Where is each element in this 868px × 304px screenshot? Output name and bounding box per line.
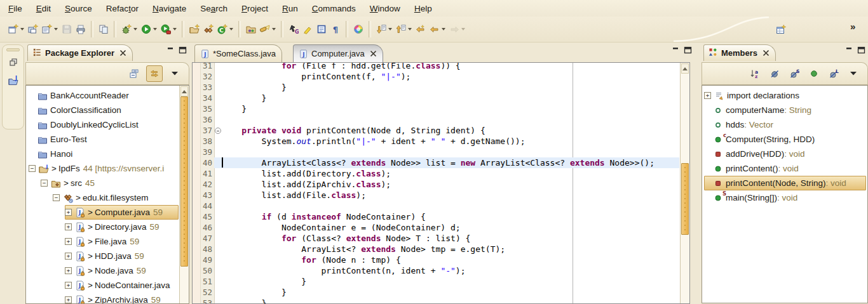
menu-navigate[interactable]: Navigate (146, 1, 193, 16)
open-type-button[interactable] (244, 20, 258, 39)
collapse-icon[interactable]: − (29, 165, 36, 172)
minimize-button[interactable] (845, 46, 853, 54)
close-icon[interactable] (370, 50, 377, 57)
member-item-computername[interactable]: computerName : String (704, 103, 866, 117)
open-perspective-button[interactable] (774, 20, 788, 39)
tree-item-ziparchiv-java[interactable]: +J> ZipArchiv.java59 (65, 293, 179, 304)
previous-annotation-button[interactable] (394, 20, 414, 39)
package-explorer-scrollbar[interactable] (179, 86, 189, 303)
menu-search[interactable]: Search (193, 1, 234, 16)
run-button[interactable] (139, 20, 159, 39)
expand-icon[interactable]: + (65, 282, 72, 289)
new-view-wizard-button[interactable] (40, 20, 60, 39)
hide-fields-button[interactable] (767, 66, 782, 81)
last-edit-location-button[interactable] (414, 20, 428, 39)
maximize-button[interactable] (179, 46, 187, 54)
restore-view-button[interactable] (5, 54, 22, 70)
goto-last-edit-g-button[interactable]: G (287, 20, 301, 39)
scrollbar-thumb[interactable] (180, 96, 188, 267)
run-coverage-button[interactable] (159, 20, 179, 39)
color-wheel-button[interactable] (351, 20, 365, 39)
sort-button[interactable]: az (747, 66, 763, 81)
expand-icon[interactable]: + (65, 209, 72, 216)
expand-icon[interactable]: + (65, 267, 72, 274)
member-item-hdds[interactable]: hdds : Vector (704, 117, 866, 132)
minimize-button[interactable] (672, 46, 680, 54)
save-button[interactable] (60, 20, 74, 39)
member-item-printcontent-node-string-[interactable]: printContent(Node, String) : void (704, 176, 866, 190)
member-item-printcontent-[interactable]: printContent() : void (704, 161, 866, 176)
tree-item-euro-test[interactable]: Euro-Test (29, 132, 179, 147)
tree-item-ipdfs[interactable]: −J> IpdFs44 [https://svnserver.i (29, 161, 179, 176)
tree-item-colorclassification[interactable]: ColorClassification (29, 103, 179, 117)
member-item-adddrive-hdd-[interactable]: addDrive(HDD) : void (704, 147, 866, 161)
member-item-main-string-[interactable]: Smain(String[]) : void (704, 190, 866, 205)
collapse-icon[interactable]: − (53, 194, 60, 201)
next-annotation-button[interactable] (374, 20, 394, 39)
show-whitespace-button[interactable]: ¶ (329, 20, 342, 39)
tree-item-file-java[interactable]: +J> File.java59 (65, 234, 179, 249)
tree-item-hdd-java[interactable]: +J> HDD.java59 (65, 249, 179, 263)
maximize-button[interactable] (684, 46, 692, 54)
close-icon[interactable] (763, 50, 770, 56)
tree-item-node-java[interactable]: +J> Node.java59 (65, 263, 179, 278)
forward-button[interactable] (447, 20, 467, 39)
new-java-class-button[interactable]: C (215, 20, 235, 39)
expand-icon[interactable]: + (65, 253, 72, 260)
view-menu-button[interactable] (846, 66, 861, 81)
new-java-package-button[interactable] (201, 20, 215, 39)
expand-icon[interactable]: + (704, 92, 711, 99)
menu-edit[interactable]: Edit (29, 1, 58, 16)
menu-help[interactable]: Help (407, 1, 439, 16)
minimize-button[interactable] (166, 46, 175, 54)
tree-item-directory-java[interactable]: +J> Directory.java59 (65, 220, 179, 234)
expand-icon[interactable]: + (65, 223, 72, 230)
tree-item-src[interactable]: −> src45 (41, 176, 179, 190)
fast-view-grip[interactable] (6, 48, 20, 51)
fold-collapse-marker[interactable] (215, 128, 221, 134)
build-all-button[interactable] (97, 20, 111, 39)
debug-button[interactable] (119, 20, 139, 39)
members-list[interactable]: +import declarationscomputerName : Strin… (702, 85, 868, 303)
package-explorer-tree[interactable]: BankAccountReaderColorClassificationDoub… (25, 85, 189, 304)
member-item-import-declarations[interactable]: +import declarations (704, 88, 866, 103)
show-selected-element-button[interactable] (315, 20, 329, 39)
editor-tab--someclass-java[interactable]: J*SomeClass.java (194, 44, 282, 62)
tab-members[interactable]: Members (703, 44, 776, 61)
menu-project[interactable]: Project (234, 1, 275, 16)
toolbar-overflow-chevron[interactable]: » (850, 21, 855, 32)
new-java-project-button[interactable] (187, 20, 201, 39)
menu-source[interactable]: Source (58, 1, 99, 16)
editor-scrollbar[interactable] (680, 63, 689, 303)
folding-ruler[interactable] (215, 63, 222, 303)
line-number-ruler[interactable]: 3132333435363738394041424344454647484950… (201, 63, 215, 303)
tree-item-doublylinkedcycliclist[interactable]: DoublyLinkedCyclicList (29, 117, 179, 132)
view-menu-button[interactable] (167, 66, 182, 81)
tab-package-explorer[interactable]: Package Explorer (27, 44, 133, 61)
tree-item-bankaccountreader[interactable]: BankAccountReader (29, 88, 179, 103)
tree-item-nodecontainer-java[interactable]: +J> NodeContainer.java (65, 278, 179, 293)
link-with-editor-button[interactable] (146, 65, 163, 82)
back-button[interactable] (428, 20, 447, 39)
menu-file[interactable]: File (1, 1, 29, 16)
maximize-button[interactable] (857, 46, 865, 54)
tree-item-hanoi[interactable]: Hanoi (29, 147, 179, 161)
expand-icon[interactable]: + (65, 296, 72, 303)
hide-static-members-button[interactable]: S (787, 66, 802, 81)
menu-commands[interactable]: Commands (305, 1, 363, 16)
expand-icon[interactable]: + (65, 238, 72, 245)
menu-refactor[interactable]: Refactor (99, 1, 146, 16)
mark-occurrences-button[interactable] (301, 20, 315, 39)
new-window-wizard-button[interactable] (26, 20, 40, 39)
scroll-up-arrow[interactable] (180, 86, 188, 96)
menu-run[interactable]: Run (275, 1, 305, 16)
hide-local-types-button[interactable]: L (826, 66, 841, 81)
editor-tab-computer-java[interactable]: JComputer.java (293, 44, 383, 62)
new-wizard-button[interactable] (6, 20, 26, 39)
menu-window[interactable]: Window (363, 1, 407, 16)
print-button[interactable] (74, 20, 88, 39)
code-text-area[interactable]: for (File f : hdd.get(File.class)) { pri… (222, 63, 679, 303)
search-button[interactable] (258, 20, 278, 39)
collapse-all-button[interactable] (126, 66, 142, 81)
scroll-up-arrow[interactable] (681, 63, 689, 74)
